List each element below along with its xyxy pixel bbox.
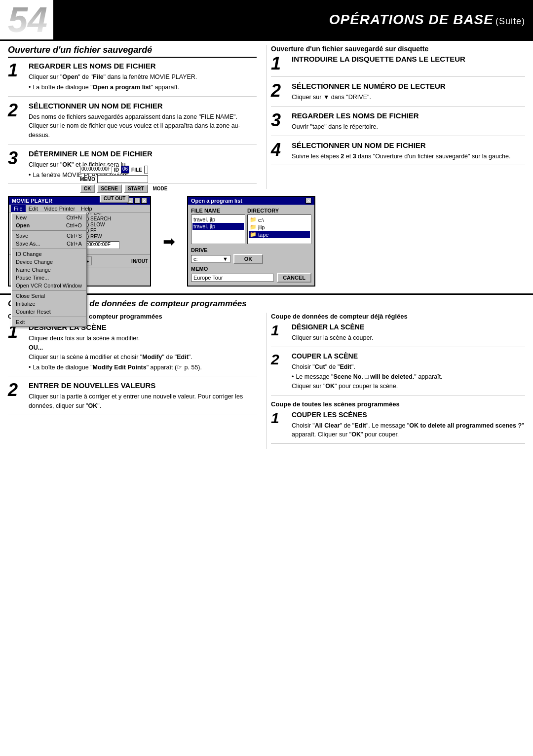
menu-namechange[interactable]: Name Change <box>12 266 86 274</box>
radio-search[interactable]: SEARCH <box>84 216 168 221</box>
file-input[interactable] <box>144 166 148 174</box>
inout-label: IN/OUT <box>131 258 148 264</box>
step-2-left: 2 SÉLECTIONNER UN NOM DE FICHIER Des nom… <box>8 102 257 144</box>
br-step-2-number: 2 <box>271 352 289 367</box>
cancel-button[interactable]: CANCEL <box>277 273 311 283</box>
step-2r-heading: SÉLECTIONNER LE NUMÉRO DE LECTEUR <box>292 82 525 91</box>
menu-new[interactable]: NewCtrl+N <box>12 214 86 221</box>
step-1r-number: 1 <box>271 55 289 72</box>
bottom-cols: Correction de données de compteur progra… <box>8 313 525 449</box>
memo-label-player: MEMO <box>80 177 95 182</box>
step-1-body: Cliquer sur "Open" de "File" dans la fen… <box>29 72 257 92</box>
step-3r-body: Ouvrir "tape" dans le répertoire. <box>292 122 525 132</box>
menu-sep1 <box>12 230 86 231</box>
menu-pausetime[interactable]: Pause Time... <box>12 274 86 282</box>
step-1-left: 1 REGARDER LES NOMS DE FICHIER Cliquer s… <box>8 62 257 97</box>
dialog-titlebar: Open a program list ✕ <box>188 197 314 205</box>
dialog-close-btn[interactable]: ✕ <box>305 198 311 204</box>
left-section-title: Ouverture d'un fichier sauvegardé <box>8 45 257 58</box>
bl-step-2-body: Cliquer sur la partie à corriger et y en… <box>29 392 257 411</box>
menu-edit[interactable]: Edit <box>26 205 41 212</box>
menu-sep2 <box>12 249 86 249</box>
ok-button[interactable]: OK <box>233 254 263 264</box>
menu-help[interactable]: Help <box>78 205 95 212</box>
step-3-number: 3 <box>8 149 26 167</box>
page-title-block: OPÉRATIONS DE BASE(Suite) <box>53 0 533 39</box>
screenshot-area: MOVIE PLAYER – □ ✕ File Edit Video Print… <box>8 194 525 288</box>
folder-icon-tape: 📁 <box>250 231 257 238</box>
menu-save[interactable]: SaveCtrl+S <box>12 232 86 240</box>
step-4r-heading: SÉLECTIONNER UN NOM DE FICHIER <box>292 141 525 150</box>
start-button[interactable]: START <box>124 184 148 193</box>
bl-step-2-heading: ENTRER DE NOUVELLES VALEURS <box>29 381 257 390</box>
step-2-heading: SÉLECTIONNER UN NOM DE FICHIER <box>29 102 257 110</box>
menu-sep3 <box>12 290 86 291</box>
br-step-3: 1 COUPER LES SCÈNES Choisir "All Clear" … <box>271 411 525 444</box>
step-4-right: 4 SÉLECTIONNER UN NOM DE FICHIER Suivre … <box>271 141 525 166</box>
br-step-1-body: Cliquer sur la scène à couper. <box>292 333 525 343</box>
menu-file[interactable]: File <box>11 205 26 212</box>
bottom-right: Coupe de données de compteur déjà réglée… <box>266 313 525 449</box>
br-step-2: 2 COUPER LA SCÈNE Choisir "Cut" de "Edit… <box>271 352 525 396</box>
page-number: 54 <box>0 0 53 39</box>
radio-slow[interactable]: SLOW <box>84 222 168 227</box>
bottom-right-subtitle2: Coupe de toutes les scènes programmées <box>271 400 525 408</box>
br-step-3-heading: COUPER LES SCÈNES <box>292 411 525 419</box>
menu-idchange[interactable]: ID Change <box>12 250 86 258</box>
step-2-body: Des noms de fichiers sauvegardés apparai… <box>29 112 257 140</box>
bl-step-2: 2 ENTRER DE NOUVELLES VALEURS Cliquer su… <box>8 381 257 415</box>
dialog-body: FILE NAME DIRECTORY travel. jlp travel. … <box>188 205 314 286</box>
memo-section: MEMO CANCEL <box>191 266 311 283</box>
scene-button[interactable]: SCENE <box>97 184 121 193</box>
file-dropdown: NewCtrl+N OpenCtrl+O SaveCtrl+S Save As.… <box>11 213 87 327</box>
br-step-1-number: 1 <box>271 323 289 338</box>
radio-ff[interactable]: FF <box>84 228 168 233</box>
br-step-3-body: Choisir "All Clear" de "Edit". Le messag… <box>292 421 525 440</box>
memo-label: MEMO <box>191 266 311 272</box>
cutout-button[interactable]: CUT OUT <box>100 194 129 203</box>
menu-videoprinter[interactable]: Video Printer <box>41 205 78 212</box>
bl-step-2-number: 2 <box>8 381 26 399</box>
menu-open[interactable]: OpenCtrl+O <box>12 221 86 229</box>
timecode-input[interactable]: 00:00:00:00F <box>80 166 112 174</box>
drive-value: c: <box>193 256 198 262</box>
step-1-right: 1 INTRODUIRE LA DISQUETTE DANS LE LECTEU… <box>271 55 525 77</box>
dialog-title: Open a program list <box>191 198 242 204</box>
memo-value[interactable] <box>191 274 274 282</box>
br-step-3-number: 1 <box>271 411 289 426</box>
step-2-right: 2 SÉLECTIONNER LE NUMÉRO DE LECTEUR Cliq… <box>271 82 525 107</box>
menu-counterreset[interactable]: Counter Reset <box>12 308 86 316</box>
menu-devicechange[interactable]: Device Change <box>12 258 86 266</box>
bl-step-1-body: Cliquer deux fois sur la scène à modifie… <box>29 334 257 372</box>
radio-rew[interactable]: REW <box>84 234 168 239</box>
memo-input-player[interactable] <box>97 175 148 183</box>
file-item-1[interactable]: travel. jlp <box>192 216 244 223</box>
movie-player-window: MOVIE PLAYER – □ ✕ File Edit Video Print… <box>8 196 151 287</box>
id-input[interactable]: 06 <box>121 166 129 174</box>
menu-sep4 <box>12 317 86 317</box>
step-4r-body: Suivre les étapes 2 et 3 dans "Ouverture… <box>292 152 525 161</box>
bottom-left: Correction de données de compteur progra… <box>8 313 266 449</box>
menu-saveas[interactable]: Save As...Ctrl+A <box>12 240 86 248</box>
ck-button[interactable]: CK <box>80 184 95 193</box>
drive-dropdown[interactable]: c: ▼ <box>191 255 230 263</box>
file-item-2[interactable]: travel. jlp <box>192 223 244 230</box>
dir-item-jlip[interactable]: 📁 jlip <box>249 223 310 231</box>
file-list: travel. jlp travel. jlp <box>191 215 245 244</box>
step-4r-number: 4 <box>271 141 289 159</box>
menu-initialize[interactable]: Initialize <box>12 300 86 308</box>
menu-openvcr[interactable]: Open VCR Control Window <box>12 282 86 289</box>
menu-exit[interactable]: Exit <box>12 318 86 326</box>
dir-item-tape[interactable]: 📁 tape <box>249 231 310 238</box>
id-label: ID <box>114 167 119 173</box>
col-right: Ouverture d'un fichier sauvegardé sur di… <box>266 45 525 189</box>
right-section-title: Ouverture d'un fichier sauvegardé sur di… <box>271 45 525 53</box>
folder-icon-c: 📁 <box>250 216 257 223</box>
dir-list: 📁 c:\ 📁 jlip 📁 tape <box>247 215 311 244</box>
step-2-number: 2 <box>8 102 26 119</box>
menu-closeserial[interactable]: Close Serial <box>12 292 86 300</box>
dir-item-c[interactable]: 📁 c:\ <box>249 216 310 223</box>
step-1r-heading: INTRODUIRE LA DISQUETTE DANS LE LECTEUR <box>292 55 525 64</box>
step-3r-heading: REGARDER LES NOMS DE FICHIER <box>292 111 525 120</box>
drive-dropdown-arrow: ▼ <box>223 256 228 262</box>
